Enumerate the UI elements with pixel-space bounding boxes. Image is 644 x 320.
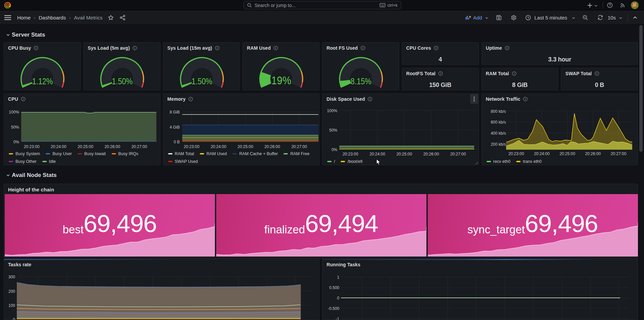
svg-text:19%: 19%	[271, 74, 291, 87]
svg-text:1.50%: 1.50%	[191, 77, 212, 86]
svg-text:1.50%: 1.50%	[112, 77, 132, 86]
svg-text:1.12%: 1.12%	[32, 77, 53, 86]
svg-text:8.15%: 8.15%	[351, 77, 372, 86]
